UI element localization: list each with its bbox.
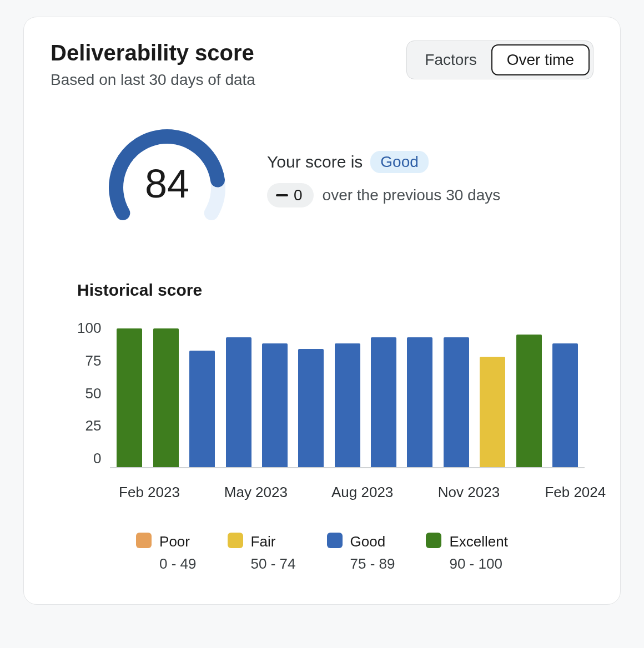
- view-tabs: Factors Over time: [406, 40, 593, 79]
- score-delta-suffix: over the previous 30 days: [323, 186, 501, 204]
- score-delta-pill: 0: [267, 183, 314, 207]
- chart-bar[interactable]: [371, 337, 396, 467]
- y-tick: 100: [77, 320, 101, 337]
- chart-bars: [117, 320, 578, 467]
- historical-chart: 1007550250 Feb 2023May 2023Aug 2023Nov 2…: [77, 320, 585, 503]
- x-tick: Nov 2023: [438, 484, 500, 501]
- historical-title: Historical score: [77, 281, 593, 300]
- x-tick: Feb 2023: [119, 484, 180, 501]
- x-tick: May 2023: [224, 484, 288, 501]
- y-tick: 50: [85, 385, 101, 402]
- chart-bar[interactable]: [153, 328, 179, 467]
- legend-range: 0 - 49: [159, 554, 197, 574]
- header-text: Deliverability score Based on last 30 da…: [51, 40, 255, 89]
- legend-label: Poor: [159, 531, 197, 551]
- score-status-badge: Good: [370, 151, 429, 173]
- no-change-icon: [276, 194, 288, 196]
- deliverability-card: Deliverability score Based on last 30 da…: [23, 17, 621, 605]
- chart-bar[interactable]: [117, 328, 142, 467]
- chart-bar[interactable]: [407, 337, 432, 467]
- card-title: Deliverability score: [51, 40, 255, 65]
- chart-bar[interactable]: [262, 343, 288, 467]
- y-tick: 75: [85, 352, 101, 369]
- legend-range: 90 - 100: [449, 554, 508, 574]
- legend-label: Excellent: [449, 531, 508, 551]
- gauge-value: 84: [145, 161, 189, 206]
- chart-bar[interactable]: [516, 335, 542, 467]
- y-tick: 25: [85, 417, 101, 434]
- legend-item-excellent: Excellent90 - 100: [426, 531, 508, 574]
- chart-bar[interactable]: [226, 337, 251, 467]
- tab-factors[interactable]: Factors: [410, 45, 491, 74]
- legend-label: Good: [350, 531, 395, 551]
- legend-label: Fair: [251, 531, 296, 551]
- legend-item-fair: Fair50 - 74: [228, 531, 296, 574]
- chart-bar[interactable]: [189, 351, 215, 467]
- score-delta-value: 0: [294, 186, 303, 204]
- legend-swatch: [327, 533, 343, 548]
- tab-over-time[interactable]: Over time: [491, 44, 590, 75]
- y-tick: 0: [93, 450, 101, 467]
- score-status-prefix: Your score is: [267, 153, 363, 171]
- legend-range: 75 - 89: [350, 554, 395, 574]
- legend-item-poor: Poor0 - 49: [136, 531, 197, 574]
- score-summary: 84 Your score is Good 0 over the previou…: [51, 121, 593, 237]
- x-tick: Feb 2024: [545, 484, 606, 501]
- score-text: Your score is Good 0 over the previous 3…: [267, 151, 500, 207]
- x-axis: Feb 2023May 2023Aug 2023Nov 2023Feb 2024: [122, 484, 585, 503]
- x-tick: Aug 2023: [331, 484, 393, 501]
- score-delta-line: 0 over the previous 30 days: [267, 183, 500, 207]
- card-header: Deliverability score Based on last 30 da…: [51, 40, 593, 89]
- chart-plot: [110, 320, 585, 468]
- card-subtitle: Based on last 30 days of data: [51, 71, 255, 89]
- chart-bar[interactable]: [298, 349, 324, 467]
- legend-range: 50 - 74: [251, 554, 296, 574]
- chart-bar[interactable]: [335, 343, 360, 467]
- legend-swatch: [136, 533, 152, 548]
- chart-bar[interactable]: [444, 337, 469, 467]
- legend-swatch: [426, 533, 441, 548]
- legend-item-good: Good75 - 89: [327, 531, 395, 574]
- chart-bar[interactable]: [480, 357, 505, 468]
- score-status-line: Your score is Good: [267, 151, 500, 173]
- y-axis: 1007550250: [77, 320, 110, 467]
- score-gauge: 84: [100, 121, 234, 237]
- legend-swatch: [228, 533, 243, 548]
- chart-bar[interactable]: [552, 343, 578, 467]
- chart-legend: Poor0 - 49Fair50 - 74Good75 - 89Excellen…: [51, 531, 593, 574]
